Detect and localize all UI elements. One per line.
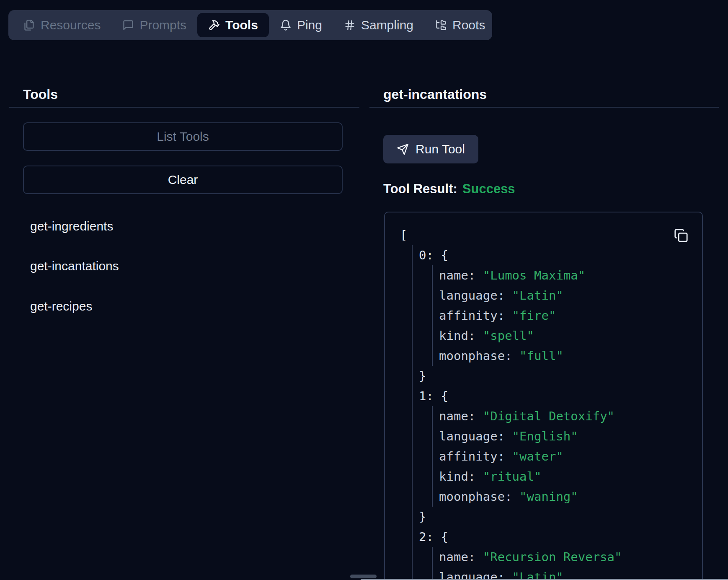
tool-result-viewer: [0: {name: "Lumos Maxima"language: "Lati… [384,212,703,580]
tab-label: Sampling [361,18,413,32]
tool-list-item-get-ingredients[interactable]: get-ingredients [30,218,113,234]
copy-icon[interactable] [674,228,688,243]
left-panel-divider [9,107,359,108]
tab-label: Ping [297,18,322,32]
send-icon [397,143,409,155]
run-tool-label: Run Tool [416,142,465,156]
right-panel-divider [369,107,719,108]
tool-list-item-get-recipes[interactable]: get-recipes [30,298,92,314]
json-tree: [0: {name: "Lumos Maxima"language: "Lati… [400,225,702,580]
hammer-icon [208,19,220,31]
top-nav-bar: Resources Prompts Tools Ping Sampling Ro… [8,10,492,40]
run-tool-button[interactable]: Run Tool [383,135,478,163]
tab-label: Tools [225,18,258,32]
tab-roots[interactable]: Roots [424,13,496,37]
list-tools-button[interactable]: List Tools [23,122,343,151]
tool-result-label: Tool Result: [383,181,457,196]
left-panel-title: Tools [23,86,58,103]
tab-resources[interactable]: Resources [13,13,111,37]
status-badge: Success [462,181,515,196]
files-icon [23,19,35,31]
tab-tools[interactable]: Tools [197,13,269,37]
tool-list-item-get-incantations[interactable]: get-incantations [30,258,119,274]
tab-label: Resources [41,18,101,32]
selected-tool-title: get-incantations [383,86,487,103]
horizontal-scrollbar-thumb[interactable] [350,575,377,578]
hash-icon [344,19,356,31]
clear-button[interactable]: Clear [23,166,343,194]
tab-prompts[interactable]: Prompts [111,13,197,37]
tab-label: Roots [452,18,485,32]
tab-label: Prompts [139,18,186,32]
bell-icon [280,19,292,31]
tool-result-line: Tool Result:Success [383,181,515,197]
message-icon [122,19,134,31]
folder-tree-icon [435,19,447,31]
tab-sampling[interactable]: Sampling [333,13,424,37]
tab-ping[interactable]: Ping [269,13,333,37]
